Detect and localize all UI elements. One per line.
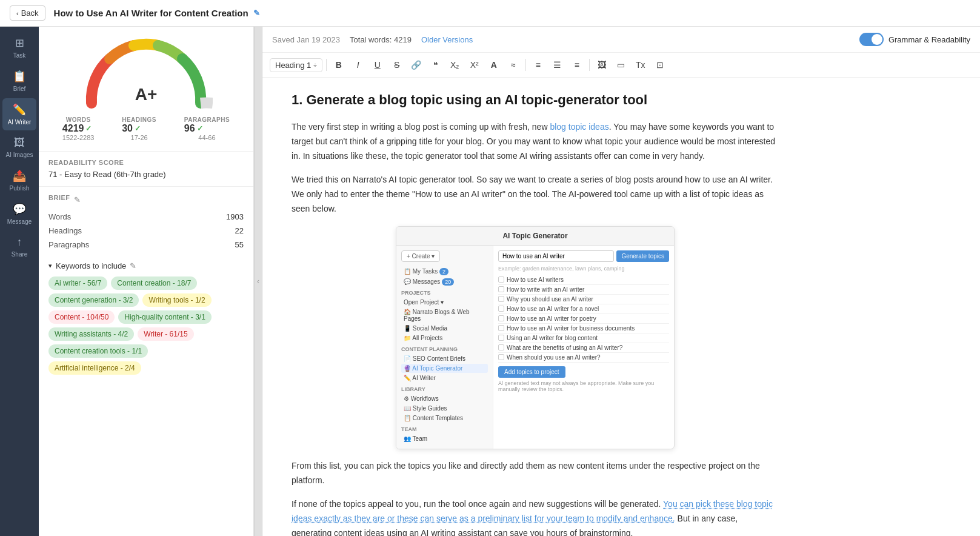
brief-paragraphs-value: 55 <box>235 240 244 249</box>
superscript-button[interactable]: X² <box>466 56 483 73</box>
document-title: How to Use An AI Writer for Content Crea… <box>54 8 260 18</box>
keywords-toggle-label: Keywords to include <box>56 261 126 270</box>
ordered-list-button[interactable]: ≡ <box>530 56 547 73</box>
keyword-tag: Ai writer - 56/7 <box>48 276 107 290</box>
strikethrough-button[interactable]: S <box>388 56 405 73</box>
message-icon: 💬 <box>13 203 26 216</box>
sidebar-item-message-label: Message <box>7 218 32 225</box>
grade-label: A+ <box>135 85 158 104</box>
special-char-button[interactable]: ≈ <box>505 56 522 73</box>
sidebar-item-task-label: Task <box>13 52 26 59</box>
color-button[interactable]: A <box>485 56 502 73</box>
brief-section: BRIEF ✎ Words 1903 Headings 22 Paragraph… <box>39 187 253 261</box>
sidebar-item-brief-label: Brief <box>13 85 26 92</box>
sidebar-item-share-label: Share <box>12 251 28 258</box>
top-bar: ‹ Back How to Use An AI Writer for Conte… <box>0 0 980 27</box>
paragraphs-label: PARAGRAPHS <box>184 116 230 123</box>
keyword-tag: Artificial intelligence - 2/4 <box>48 361 141 375</box>
total-words: Total words: 4219 <box>350 35 412 44</box>
gauge-area: A+ WORDS 4219 ✓ 1522-2283 HEADINGS 30 ✓ <box>39 27 253 152</box>
back-button[interactable]: ‹ Back <box>10 5 45 21</box>
content-area: Saved Jan 19 2023 Total words: 4219 Olde… <box>262 27 980 536</box>
heading-select[interactable]: Heading 1 ÷ <box>270 58 322 72</box>
sidebar-item-message[interactable]: 💬 Message <box>2 198 36 230</box>
older-versions-link[interactable]: Older Versions <box>421 35 473 44</box>
sidebar-item-ai-images[interactable]: 🖼 AI Images <box>2 132 36 163</box>
grammar-toggle[interactable] <box>859 33 884 46</box>
subscript-button[interactable]: X₂ <box>447 56 464 73</box>
screenshot-generate-btn: Generate topics <box>616 250 669 262</box>
sidebar-item-ai-images-label: AI Images <box>5 152 33 158</box>
brief-edit-icon[interactable]: ✎ <box>74 195 81 204</box>
ai-images-icon: 🖼 <box>14 136 25 149</box>
image-button[interactable]: 🖼 <box>593 56 610 73</box>
readability-score: 71 - Easy to Read (6th-7th grade) <box>48 170 244 179</box>
quote-button[interactable]: ❝ <box>427 56 444 73</box>
underline-button[interactable]: U <box>369 56 386 73</box>
align-button[interactable]: ≡ <box>568 56 585 73</box>
chevron-left-icon: ‹ <box>16 10 19 17</box>
keywords-toggle[interactable]: ▾ Keywords to include ✎ <box>48 261 244 270</box>
brief-header: BRIEF ✎ <box>48 194 244 205</box>
link-button[interactable]: 🔗 <box>408 56 425 73</box>
screenshot-right-panel: Generate topics Example: garden maintena… <box>493 246 674 449</box>
sidebar-item-task[interactable]: ⊞ Task <box>2 32 36 64</box>
edit-title-icon[interactable]: ✎ <box>253 8 260 18</box>
brief-paragraphs-label: Paragraphs <box>48 240 89 249</box>
screenshot-add-topics-btn: Add topics to project <box>498 366 565 378</box>
grammar-label: Grammar & Readability <box>888 35 970 44</box>
stat-paragraphs: PARAGRAPHS 96 ✓ 44-66 <box>184 116 230 141</box>
paragraphs-range: 44-66 <box>184 134 230 141</box>
clear-format-button[interactable]: Tx <box>632 56 649 73</box>
keywords-arrow-icon: ▾ <box>48 262 52 270</box>
back-label: Back <box>21 8 39 18</box>
headings-label: HEADINGS <box>122 116 156 123</box>
keywords-section: ▾ Keywords to include ✎ Ai writer - 56/7… <box>39 261 253 384</box>
italic-button[interactable]: I <box>350 56 367 73</box>
doc-paragraph-1: The very first step in writing a blog po… <box>292 120 779 163</box>
stat-words: WORDS 4219 ✓ 1522-2283 <box>62 116 95 141</box>
keyword-tag: Content generation - 3/2 <box>48 293 139 307</box>
publish-icon: 📤 <box>13 169 26 183</box>
words-label: WORDS <box>62 116 95 123</box>
headings-check-icon: ✓ <box>135 124 141 133</box>
pick-topics-link[interactable]: You can pick these blog topic ideas exac… <box>292 499 773 523</box>
stats-row: WORDS 4219 ✓ 1522-2283 HEADINGS 30 ✓ 17-… <box>48 116 244 141</box>
stat-headings: HEADINGS 30 ✓ 17-26 <box>122 116 156 141</box>
editor-content[interactable]: 1. Generate a blog topic using an AI top… <box>262 78 808 536</box>
screenshot-title: AI Topic Generator <box>396 227 674 246</box>
keyword-tag: High-quality content - 3/1 <box>118 310 211 324</box>
doc-paragraph-3: From this list, you can pick the topics … <box>292 459 779 488</box>
brief-paragraphs-row: Paragraphs 55 <box>48 240 244 249</box>
ai-writer-icon: ✏️ <box>13 103 26 116</box>
doc-heading-1: 1. Generate a blog topic using an AI top… <box>292 92 779 108</box>
main-layout: ⊞ Task 📋 Brief ✏️ AI Writer 🖼 AI Images … <box>0 27 980 536</box>
words-range: 1522-2283 <box>62 134 95 141</box>
doc-paragraph-2: We tried this on Narrato's AI topic gene… <box>292 173 779 216</box>
unordered-list-button[interactable]: ☰ <box>549 56 566 73</box>
readability-label: READABILITY SCORE <box>48 159 244 166</box>
keywords-edit-icon[interactable]: ✎ <box>130 261 136 270</box>
headings-range: 17-26 <box>122 134 156 141</box>
toolbar-divider-3 <box>589 59 590 71</box>
bold-button[interactable]: B <box>330 56 347 73</box>
table-button[interactable]: ▭ <box>613 56 630 73</box>
collapse-handle[interactable]: ‹ <box>254 27 262 536</box>
keyword-tag: Writing assistants - 4/2 <box>48 327 134 341</box>
toolbar-divider-2 <box>525 59 526 71</box>
screenshot-search-input <box>498 250 614 262</box>
brief-words-label: Words <box>48 212 71 221</box>
paragraphs-value: 96 ✓ <box>184 123 230 134</box>
brief-section-label: BRIEF <box>48 194 70 201</box>
embed-button[interactable]: ⊡ <box>652 56 668 73</box>
saved-text: Saved Jan 19 2023 <box>272 35 340 44</box>
sidebar-item-publish[interactable]: 📤 Publish <box>2 164 36 196</box>
screenshot-body: + Create ▾ 📋 My Tasks 2 💬 Messages 20 PR… <box>396 246 674 449</box>
brief-headings-label: Headings <box>48 226 82 235</box>
sidebar-item-brief[interactable]: 📋 Brief <box>2 65 36 97</box>
blog-topic-ideas-link[interactable]: blog topic ideas <box>550 122 608 132</box>
sidebar-item-share[interactable]: ↑ Share <box>2 231 36 263</box>
words-check-icon: ✓ <box>85 124 92 133</box>
nav-sidebar: ⊞ Task 📋 Brief ✏️ AI Writer 🖼 AI Images … <box>0 27 39 536</box>
sidebar-item-ai-writer[interactable]: ✏️ AI Writer <box>2 98 36 130</box>
